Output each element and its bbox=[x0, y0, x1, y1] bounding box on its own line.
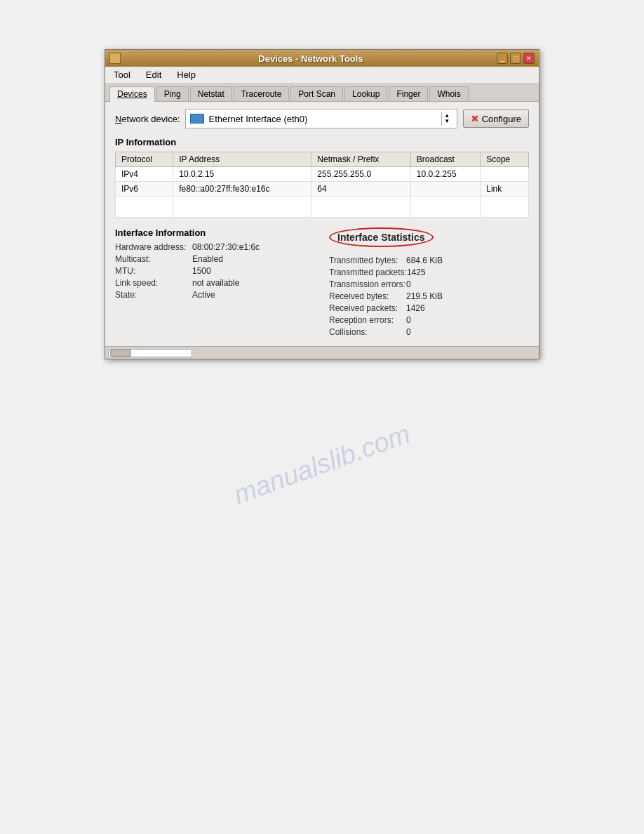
info-row-state: State: Active bbox=[115, 290, 315, 300]
col-ip-address: IP Address bbox=[173, 152, 311, 167]
ip-info-title: IP Information bbox=[115, 137, 529, 147]
col-netmask: Netmask / Prefix bbox=[311, 152, 411, 167]
tab-portscan[interactable]: Port Scan bbox=[290, 86, 343, 101]
interface-info-title: Interface Information bbox=[115, 227, 315, 238]
interface-stats-column: Interface Statistics Transmitted bytes: … bbox=[329, 227, 529, 339]
stats-row-txerrors: Transmission errors: 0 bbox=[329, 279, 529, 289]
window-controls: _ □ ✕ bbox=[497, 53, 535, 64]
cell-scope-0 bbox=[481, 167, 529, 182]
txerrors-label: Transmission errors: bbox=[329, 279, 406, 289]
txpackets-value: 1425 bbox=[407, 267, 426, 277]
multicast-value: Enabled bbox=[192, 254, 223, 264]
cell-ip-0: 10.0.2.15 bbox=[173, 167, 311, 182]
stats-row-rxpackets: Received packets: 1426 bbox=[329, 303, 529, 313]
ip-table: Protocol IP Address Netmask / Prefix Bro… bbox=[115, 152, 529, 218]
hw-value: 08:00:27:30:e1:6c bbox=[192, 242, 260, 252]
tab-whois[interactable]: Whois bbox=[429, 86, 468, 101]
stats-row-txpackets: Transmitted packets: 1425 bbox=[329, 267, 529, 277]
stats-row-rxbytes: Received bytes: 219.5 KiB bbox=[329, 291, 529, 301]
cell-ip-1: fe80::a00:27ff:fe30:e16c bbox=[173, 182, 311, 197]
cell-netmask-0: 255.255.255.0 bbox=[311, 167, 411, 182]
txerrors-value: 0 bbox=[406, 279, 411, 289]
scrollbar-thumb[interactable] bbox=[110, 350, 131, 357]
app-icon bbox=[109, 53, 121, 64]
stats-row-txbytes: Transmitted bytes: 684.6 KiB bbox=[329, 256, 529, 265]
state-value: Active bbox=[192, 290, 215, 300]
tab-lookup[interactable]: Lookup bbox=[344, 86, 387, 101]
col-protocol: Protocol bbox=[116, 152, 173, 167]
scrollbar-track[interactable] bbox=[108, 349, 192, 357]
tab-bar: Devices Ping Netstat Traceroute Port Sca… bbox=[105, 84, 539, 102]
configure-icon: ✖ bbox=[471, 113, 479, 124]
multicast-label: Multicast: bbox=[115, 254, 192, 264]
rxpackets-label: Received packets: bbox=[329, 303, 406, 313]
menu-help[interactable]: Help bbox=[173, 68, 200, 81]
mtu-value: 1500 bbox=[192, 266, 211, 276]
tab-traceroute[interactable]: Traceroute bbox=[234, 86, 290, 101]
network-device-dropdown[interactable]: Ethernet Interface (eth0) ▲ ▼ bbox=[185, 109, 457, 128]
rxbytes-label: Received bytes: bbox=[329, 291, 406, 301]
tab-devices[interactable]: Devices bbox=[109, 86, 155, 102]
cell-protocol-0: IPv4 bbox=[116, 167, 173, 182]
linkspeed-value: not available bbox=[192, 278, 239, 288]
info-row-mtu: MTU: 1500 bbox=[115, 266, 315, 276]
stats-row-rxerrors: Reception errors: 0 bbox=[329, 315, 529, 325]
cell-protocol-1: IPv6 bbox=[116, 182, 173, 197]
watermark: manualslib.com bbox=[185, 402, 459, 527]
network-device-label: Network device: bbox=[115, 114, 180, 124]
col-scope: Scope bbox=[481, 152, 529, 167]
cell-netmask-1: 64 bbox=[311, 182, 411, 197]
main-content: Network device: Ethernet Interface (eth0… bbox=[105, 102, 539, 346]
interface-info-column: Interface Information Hardware address: … bbox=[115, 227, 315, 339]
state-label: State: bbox=[115, 290, 192, 300]
interface-stats-title: Interface Statistics bbox=[329, 227, 434, 247]
info-row-hw: Hardware address: 08:00:27:30:e1:6c bbox=[115, 242, 315, 252]
menu-edit[interactable]: Edit bbox=[142, 68, 166, 81]
tab-ping[interactable]: Ping bbox=[156, 86, 189, 101]
mtu-label: MTU: bbox=[115, 266, 192, 276]
menu-tool[interactable]: Tool bbox=[109, 68, 135, 81]
col-broadcast: Broadcast bbox=[410, 152, 480, 167]
rxerrors-label: Reception errors: bbox=[329, 315, 406, 325]
maximize-button[interactable]: □ bbox=[510, 53, 521, 64]
network-device-row: Network device: Ethernet Interface (eth0… bbox=[115, 109, 529, 128]
tab-finger[interactable]: Finger bbox=[389, 86, 428, 101]
collisions-label: Collisions: bbox=[329, 327, 406, 337]
info-row-multicast: Multicast: Enabled bbox=[115, 254, 315, 264]
rxpackets-value: 1426 bbox=[406, 303, 425, 313]
cell-scope-1: Link bbox=[481, 182, 529, 197]
close-button[interactable]: ✕ bbox=[523, 53, 535, 64]
scrollbar-area bbox=[105, 346, 539, 359]
cell-broadcast-1 bbox=[410, 182, 480, 197]
txbytes-label: Transmitted bytes: bbox=[329, 256, 406, 265]
linkspeed-label: Link speed: bbox=[115, 278, 192, 288]
window-title: Devices - Network Tools bbox=[125, 53, 497, 64]
tab-netstat[interactable]: Netstat bbox=[190, 86, 232, 101]
bottom-section: Interface Information Hardware address: … bbox=[115, 227, 529, 339]
minimize-button[interactable]: _ bbox=[497, 53, 508, 64]
rxbytes-value: 219.5 KiB bbox=[406, 291, 443, 301]
table-row: IPv4 10.0.2.15 255.255.255.0 10.0.2.255 bbox=[116, 167, 529, 182]
titlebar: Devices - Network Tools _ □ ✕ bbox=[105, 50, 539, 67]
info-row-linkspeed: Link speed: not available bbox=[115, 278, 315, 288]
rxerrors-value: 0 bbox=[406, 315, 411, 325]
collisions-value: 0 bbox=[406, 327, 411, 337]
configure-label: Configure bbox=[482, 114, 521, 124]
table-row-empty bbox=[116, 197, 529, 218]
hw-label: Hardware address: bbox=[115, 242, 192, 252]
menubar: Tool Edit Help bbox=[105, 67, 539, 84]
txpackets-label: Transmitted packets: bbox=[329, 267, 407, 277]
table-row: IPv6 fe80::a00:27ff:fe30:e16c 64 Link bbox=[116, 182, 529, 197]
cell-broadcast-0: 10.0.2.255 bbox=[410, 167, 480, 182]
stats-row-collisions: Collisions: 0 bbox=[329, 327, 529, 337]
network-device-value: Ethernet Interface (eth0) bbox=[208, 114, 307, 124]
dropdown-arrow[interactable]: ▲ ▼ bbox=[441, 112, 452, 126]
configure-button[interactable]: ✖ Configure bbox=[463, 110, 529, 128]
txbytes-value: 684.6 KiB bbox=[406, 256, 443, 265]
network-icon bbox=[190, 114, 204, 124]
